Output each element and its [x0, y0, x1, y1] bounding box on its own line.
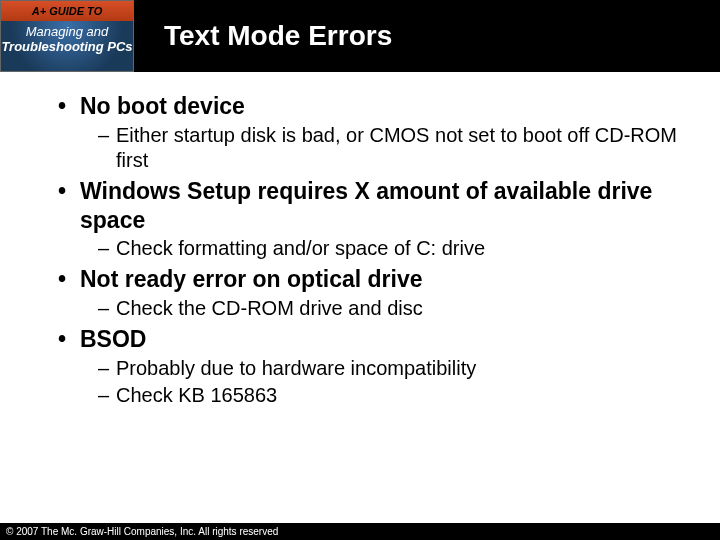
- sub-bullet-text: Check formatting and/or space of C: driv…: [116, 236, 485, 261]
- level1-bullet: • BSOD: [58, 325, 690, 354]
- bullet-dot-icon: •: [58, 177, 80, 206]
- logo-top-text: A+ GUIDE TO: [0, 0, 134, 21]
- book-logo: A+ GUIDE TO Managing and Troubleshooting…: [0, 0, 134, 72]
- slide-footer: © 2007 The Mc. Graw-Hill Companies, Inc.…: [0, 523, 720, 540]
- sub-bullet-text: Either startup disk is bad, or CMOS not …: [116, 123, 690, 173]
- slide-content: • No boot device – Either startup disk i…: [0, 72, 720, 408]
- bullet-item: • Not ready error on optical drive – Che…: [40, 265, 690, 321]
- bullet-item: • BSOD – Probably due to hardware incomp…: [40, 325, 690, 408]
- level1-bullet: • Not ready error on optical drive: [58, 265, 690, 294]
- bullet-dash-icon: –: [98, 296, 116, 321]
- bullet-text: No boot device: [80, 92, 245, 121]
- bullet-item: • No boot device – Either startup disk i…: [40, 92, 690, 173]
- bullet-dot-icon: •: [58, 265, 80, 294]
- slide-header: A+ GUIDE TO Managing and Troubleshooting…: [0, 0, 720, 72]
- level2-bullet: – Probably due to hardware incompatibili…: [98, 356, 690, 381]
- sub-bullet-text: Check the CD-ROM drive and disc: [116, 296, 423, 321]
- bullet-text: BSOD: [80, 325, 146, 354]
- level1-bullet: • Windows Setup requires X amount of ava…: [58, 177, 690, 235]
- level2-bullet: – Either startup disk is bad, or CMOS no…: [98, 123, 690, 173]
- bullet-dash-icon: –: [98, 123, 116, 148]
- level1-bullet: • No boot device: [58, 92, 690, 121]
- bullet-dash-icon: –: [98, 383, 116, 408]
- bullet-text: Windows Setup requires X amount of avail…: [80, 177, 690, 235]
- sub-bullet-text: Check KB 165863: [116, 383, 277, 408]
- bullet-text: Not ready error on optical drive: [80, 265, 423, 294]
- sub-bullet-text: Probably due to hardware incompatibility: [116, 356, 476, 381]
- bullet-dot-icon: •: [58, 92, 80, 121]
- slide-title: Text Mode Errors: [164, 20, 392, 52]
- level2-bullet: – Check formatting and/or space of C: dr…: [98, 236, 690, 261]
- level2-bullet: – Check KB 165863: [98, 383, 690, 408]
- bullet-dot-icon: •: [58, 325, 80, 354]
- bullet-dash-icon: –: [98, 356, 116, 381]
- level2-bullet: – Check the CD-ROM drive and disc: [98, 296, 690, 321]
- bullet-dash-icon: –: [98, 236, 116, 261]
- logo-main-text: Managing and Troubleshooting PCs: [0, 21, 134, 72]
- bullet-item: • Windows Setup requires X amount of ava…: [40, 177, 690, 262]
